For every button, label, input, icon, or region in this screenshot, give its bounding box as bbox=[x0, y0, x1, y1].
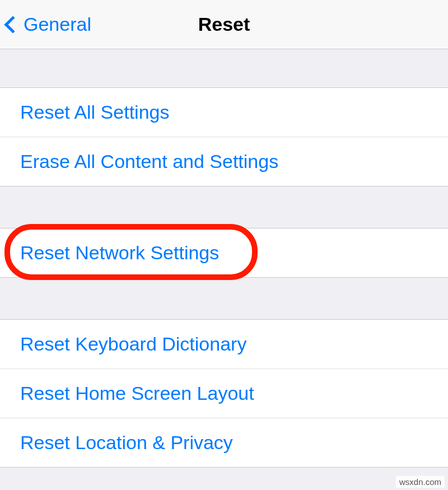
row-label: Reset Network Settings bbox=[20, 242, 219, 263]
watermark: wsxdn.com bbox=[396, 476, 445, 488]
settings-group: Reset Network Settings bbox=[0, 228, 448, 278]
back-button[interactable]: General bbox=[0, 13, 91, 35]
settings-group: Reset All Settings Erase All Content and… bbox=[0, 87, 448, 186]
settings-group: Reset Keyboard Dictionary Reset Home Scr… bbox=[0, 319, 448, 468]
section-spacer bbox=[0, 49, 448, 87]
reset-all-settings-row[interactable]: Reset All Settings bbox=[0, 88, 448, 137]
page-title: Reset bbox=[198, 13, 250, 35]
reset-keyboard-dictionary-row[interactable]: Reset Keyboard Dictionary bbox=[0, 320, 448, 369]
section-spacer bbox=[0, 278, 448, 319]
navbar: General Reset bbox=[0, 0, 448, 49]
row-label: Reset Home Screen Layout bbox=[20, 382, 254, 404]
section-spacer bbox=[0, 186, 448, 228]
row-label: Reset All Settings bbox=[20, 101, 169, 123]
row-label: Reset Location & Privacy bbox=[20, 432, 233, 453]
reset-location-privacy-row[interactable]: Reset Location & Privacy bbox=[0, 418, 448, 467]
reset-network-settings-row[interactable]: Reset Network Settings bbox=[0, 228, 448, 277]
reset-home-screen-layout-row[interactable]: Reset Home Screen Layout bbox=[0, 369, 448, 418]
erase-all-content-row[interactable]: Erase All Content and Settings bbox=[0, 137, 448, 186]
chevron-left-icon bbox=[4, 16, 21, 33]
row-label: Reset Keyboard Dictionary bbox=[20, 333, 246, 354]
back-label: General bbox=[24, 13, 91, 35]
row-label: Erase All Content and Settings bbox=[20, 151, 278, 172]
